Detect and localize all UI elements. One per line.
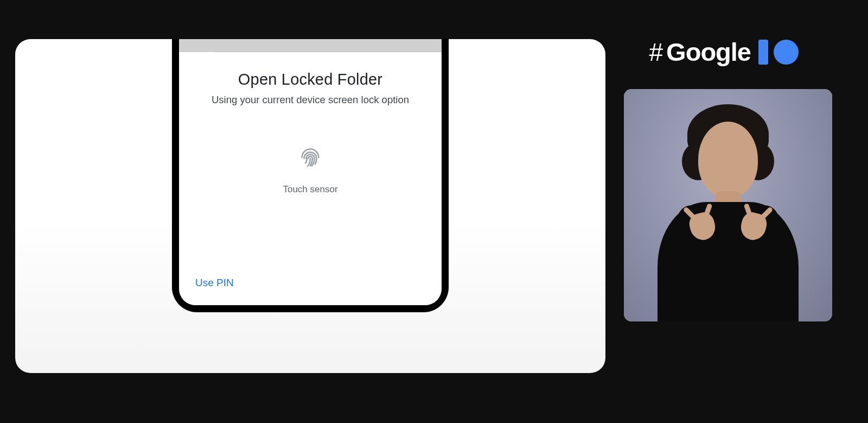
io-logo-circle	[774, 40, 799, 65]
dialog-title: Open Locked Folder	[179, 71, 442, 89]
brand-word: Google	[666, 37, 751, 67]
hashtag: #	[649, 37, 663, 67]
presentation-slide: Open Locked Folder Using your current de…	[15, 39, 605, 373]
dialog-subtitle: Using your current device screen lock op…	[179, 94, 442, 106]
use-pin-button[interactable]: Use PIN	[195, 277, 234, 289]
divider	[215, 52, 442, 52]
sensor-label: Touch sensor	[179, 184, 442, 195]
app-header-greyed	[179, 39, 442, 52]
io-logo-bar	[758, 40, 768, 65]
event-logo: # Google	[649, 37, 799, 67]
phone-frame: Open Locked Folder Using your current de…	[172, 39, 449, 312]
fingerprint-icon[interactable]	[298, 144, 323, 169]
phone-screen: Open Locked Folder Using your current de…	[179, 39, 442, 305]
interpreter-figure	[652, 126, 804, 321]
interpreter-video-inset	[624, 89, 832, 321]
unlock-dialog: Open Locked Folder Using your current de…	[179, 52, 442, 195]
